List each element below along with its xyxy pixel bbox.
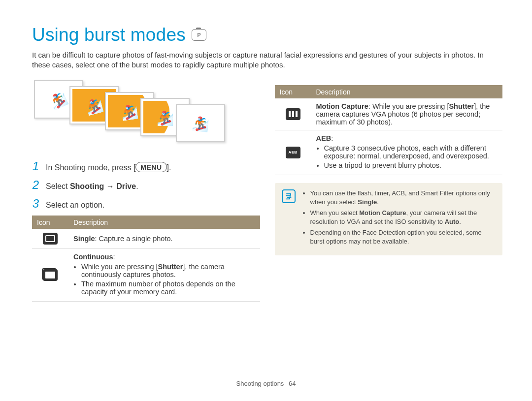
page-number: 64 xyxy=(289,380,296,387)
aeb-mode-icon xyxy=(286,147,300,158)
text: : While you are pressing [ xyxy=(368,102,449,110)
cell-icon xyxy=(32,248,68,301)
text: While you are pressing [ xyxy=(81,263,158,271)
text: You can use the flash, timer, ACB, and S… xyxy=(310,189,490,206)
snowboarder-icon: 🏂 xyxy=(120,103,139,122)
text-bold: Auto xyxy=(445,218,460,225)
cell-desc: Single: Capture a single photo. xyxy=(68,229,260,249)
steps-list: 1 In Shooting mode, press [MENU]. 2 Sele… xyxy=(32,159,260,211)
left-column: 🏂 🏂 🏂 🏂 🏂 1 In Sh xyxy=(32,80,260,302)
list-item: While you are pressing [Shutter], the ca… xyxy=(81,263,255,278)
note-list: You can use the flash, timer, ACB, and S… xyxy=(302,189,495,248)
text: : xyxy=(331,134,333,142)
text: ]. xyxy=(167,163,171,172)
cell-desc: AEB: Capture 3 consecutive photos, each … xyxy=(311,130,503,175)
text: . xyxy=(377,198,379,206)
burst-illustration: 🏂 🏂 🏂 🏂 🏂 xyxy=(34,80,231,147)
text-bold: Motion Capture xyxy=(359,209,406,216)
options-table-left: Icon Description Single: Capture a singl… xyxy=(32,216,260,302)
cell-icon xyxy=(275,98,311,130)
text: When you select xyxy=(310,209,360,216)
table-row: Continuous: While you are pressing [Shut… xyxy=(32,248,260,301)
th-icon: Icon xyxy=(275,85,311,98)
document-page: Using burst modes It can be difficult to… xyxy=(0,0,532,401)
step-number: 3 xyxy=(32,197,39,211)
text-bold: Shutter xyxy=(158,263,183,271)
text: . xyxy=(136,182,138,190)
text-bold: Drive xyxy=(116,182,136,190)
footer-section: Shooting options xyxy=(236,380,284,387)
step-text: Select an option. xyxy=(46,201,104,210)
list-item: You can use the flash, timer, ACB, and S… xyxy=(310,189,495,207)
step-3: 3 Select an option. xyxy=(32,197,260,211)
text-bold: Shooting xyxy=(70,182,104,190)
bullet-list: Capture 3 consecutive photos, each with … xyxy=(316,144,498,169)
text-bold: AEB xyxy=(316,134,332,142)
list-item: Use a tripod to prevent blurry photos. xyxy=(324,161,498,169)
text-bold: Shutter xyxy=(449,102,474,110)
page-footer: Shooting options 64 xyxy=(0,380,532,387)
text-bold: Continuous xyxy=(73,253,113,261)
list-item: When you select Motion Capture, your cam… xyxy=(310,209,495,226)
arrow-icon: → xyxy=(104,182,116,190)
list-item: Depending on the Face Detection option y… xyxy=(310,228,495,246)
table-row: AEB: Capture 3 consecutive photos, each … xyxy=(275,130,503,175)
step-text: In Shooting mode, press [MENU]. xyxy=(46,162,171,172)
step-2: 2 Select Shooting → Drive. xyxy=(32,178,260,192)
step-1: 1 In Shooting mode, press [MENU]. xyxy=(32,159,260,173)
snowboarder-icon: 🏂 xyxy=(47,90,70,112)
text-bold: Motion Capture xyxy=(316,102,368,110)
text: . xyxy=(459,218,461,225)
note-icon xyxy=(282,189,296,203)
snowboarder-icon: 🏂 xyxy=(157,110,174,126)
cell-icon xyxy=(275,130,311,175)
menu-key-icon: MENU xyxy=(135,162,166,172)
th-icon: Icon xyxy=(32,216,68,229)
options-table-right: Icon Description Motion Capture: While y… xyxy=(275,85,503,175)
snowboarder-icon: 🏂 xyxy=(191,115,210,133)
intro-text: It can be difficult to capture photos of… xyxy=(32,50,502,70)
continuous-mode-icon xyxy=(43,269,58,281)
th-description: Description xyxy=(68,216,260,229)
content-columns: 🏂 🏂 🏂 🏂 🏂 1 In Sh xyxy=(32,80,502,302)
step-number: 2 xyxy=(32,178,39,192)
text: Select xyxy=(46,182,70,190)
note-box: You can use the flash, timer, ACB, and S… xyxy=(275,183,503,255)
table-row: Single: Capture a single photo. xyxy=(32,229,260,249)
cell-desc: Continuous: While you are pressing [Shut… xyxy=(68,248,260,301)
title-row: Using burst modes xyxy=(32,25,502,45)
list-item: Capture 3 consecutive photos, each with … xyxy=(324,144,498,160)
th-description: Description xyxy=(311,85,503,98)
text: In Shooting mode, press [ xyxy=(46,163,135,172)
camera-mode-icon xyxy=(192,29,206,41)
cell-desc: Motion Capture: While you are pressing [… xyxy=(311,98,503,130)
burst-frame: 🏂 xyxy=(176,104,225,142)
single-mode-icon xyxy=(43,233,58,245)
cell-icon xyxy=(32,229,68,249)
text-bold: Single xyxy=(73,235,95,243)
bullet-list: While you are pressing [Shutter], the ca… xyxy=(73,263,255,296)
text: : Capture a single photo. xyxy=(95,235,173,243)
text-bold: Single xyxy=(358,198,377,206)
list-item: The maximum number of photos depends on … xyxy=(81,280,255,296)
step-text: Select Shooting → Drive. xyxy=(46,182,138,191)
motion-capture-mode-icon xyxy=(286,108,300,120)
step-number: 1 xyxy=(32,159,39,173)
text: : xyxy=(113,253,115,261)
right-column: Icon Description Motion Capture: While y… xyxy=(275,80,503,302)
page-title: Using burst modes xyxy=(32,25,186,45)
table-row: Motion Capture: While you are pressing [… xyxy=(275,98,503,130)
